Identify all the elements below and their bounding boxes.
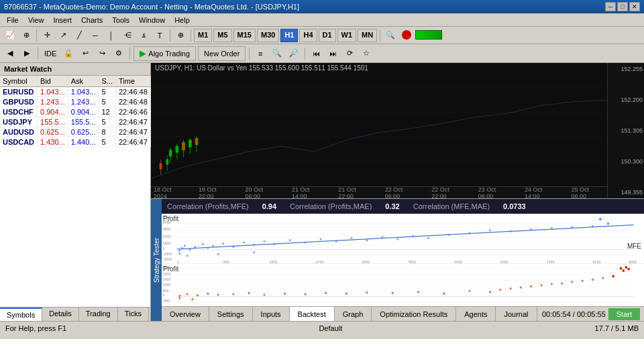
st-tab-optimization[interactable]: Optimization Results xyxy=(372,307,456,321)
svg-point-57 xyxy=(263,241,265,243)
zoom-out2-button[interactable]: 🔍 xyxy=(270,46,284,61)
undo-button[interactable]: ↩ xyxy=(78,46,93,61)
templates-button[interactable]: ⊕ xyxy=(19,28,34,43)
menu-view[interactable]: View xyxy=(24,15,48,25)
algo-trading-button[interactable]: ▶ Algo Trading xyxy=(133,46,196,61)
svg-line-44 xyxy=(177,225,634,249)
lock-button[interactable]: 🔒 xyxy=(61,46,76,61)
new-chart-button[interactable]: 📈 xyxy=(3,28,17,43)
nav2-button[interactable]: ▶ xyxy=(19,46,34,61)
st-tab-backtest[interactable]: Backtest xyxy=(290,307,335,321)
settings-button[interactable]: ⚙ xyxy=(111,46,126,61)
zoom-in-button[interactable]: ⊕ xyxy=(173,28,188,43)
svg-point-102 xyxy=(233,293,235,295)
svg-point-61 xyxy=(320,238,322,240)
symbol-cell: USDJPY xyxy=(0,117,38,127)
tf-mn[interactable]: MN xyxy=(358,29,377,42)
minimize-button[interactable]: ─ xyxy=(605,2,616,11)
time-cell: 22:46:47 xyxy=(115,117,150,127)
spread-cell: 12 xyxy=(99,107,116,117)
svg-point-60 xyxy=(305,241,307,243)
svg-text:0: 0 xyxy=(177,259,179,263)
svg-point-76 xyxy=(592,225,594,227)
tf-m30[interactable]: M30 xyxy=(257,29,279,42)
menu-insert[interactable]: Insert xyxy=(49,15,76,25)
svg-text:0: 0 xyxy=(163,247,165,251)
st-tab-inputs[interactable]: Inputs xyxy=(253,307,290,321)
chart-area[interactable]: USDJPY, H1: US Dollar vs Yen 155.533 155… xyxy=(151,63,644,198)
svg-point-59 xyxy=(289,239,291,241)
svg-point-113 xyxy=(468,290,470,292)
svg-point-49 xyxy=(194,246,196,248)
menu-charts[interactable]: Charts xyxy=(77,15,107,25)
chart-type-button[interactable]: ≡ xyxy=(253,46,268,61)
navigator-button[interactable]: ◀ xyxy=(3,46,17,61)
prev-button[interactable]: ⏮ xyxy=(309,46,323,61)
title-bar: 87066537 - MetaQuotes-Demo: Demo Account… xyxy=(0,0,644,13)
spread-cell: 8 xyxy=(99,127,116,137)
mw-tab-details[interactable]: Details xyxy=(42,308,79,321)
star-button[interactable]: ☆ xyxy=(359,46,374,61)
zoom-in2-button[interactable]: 🔎 xyxy=(286,46,301,61)
mw-tab-ticks[interactable]: Ticks xyxy=(118,308,149,321)
ide-button[interactable]: IDE xyxy=(42,46,59,61)
hline-button[interactable]: ─ xyxy=(88,28,103,43)
svg-point-104 xyxy=(263,294,265,296)
new-order-button[interactable]: New Order xyxy=(198,46,246,61)
menu-file[interactable]: File xyxy=(3,15,23,25)
market-watch-tabs: Symbols Details Trading Ticks xyxy=(0,307,150,321)
svg-point-67 xyxy=(412,234,414,236)
tf-m1[interactable]: M1 xyxy=(194,29,212,42)
search-button[interactable]: 🔍 xyxy=(383,28,398,43)
tf-d1[interactable]: D1 xyxy=(319,29,336,42)
spread-cell: 5 xyxy=(99,117,116,127)
spread-cell: 5 xyxy=(99,87,116,97)
tf-m15[interactable]: M15 xyxy=(233,29,256,42)
toolbar2: ◀ ▶ IDE 🔒 ↩ ↪ ⚙ ▶ Algo Trading New Order… xyxy=(0,44,644,63)
svg-point-114 xyxy=(489,291,491,293)
price-label-2: 152.200 xyxy=(609,96,643,103)
crosshair-button[interactable]: ✛ xyxy=(40,28,54,43)
st-tab-graph[interactable]: Graph xyxy=(335,307,372,321)
tf-w1[interactable]: W1 xyxy=(337,29,357,42)
st-tab-agents[interactable]: Agents xyxy=(456,307,496,321)
sync-button[interactable]: ⟳ xyxy=(342,46,357,61)
close-button[interactable]: ✕ xyxy=(629,2,640,11)
fib-button[interactable]: ⩮ xyxy=(136,28,151,43)
time-9: 24 Oct 14:00 xyxy=(525,186,557,199)
arrow-button[interactable]: ↗ xyxy=(56,28,70,43)
st-tab-journal[interactable]: Journal xyxy=(496,307,537,321)
price-label-3: 151.305 xyxy=(609,127,643,134)
menu-bar: File View Insert Charts Tools Window Hel… xyxy=(0,13,644,27)
menu-tools[interactable]: Tools xyxy=(108,15,133,25)
redo-button[interactable]: ↪ xyxy=(95,46,109,61)
window-controls: ─ □ ✕ xyxy=(605,2,640,11)
svg-point-80 xyxy=(186,255,189,257)
tf-h4[interactable]: H4 xyxy=(299,29,317,42)
time-scale: 18 Oct 2024 19 Oct 22:00 20 Oct 06:00 21… xyxy=(151,186,607,198)
maximize-button[interactable]: □ xyxy=(617,2,628,11)
svg-point-112 xyxy=(443,293,445,295)
vline-button[interactable]: │ xyxy=(104,28,119,43)
line-button[interactable]: ╱ xyxy=(72,28,87,43)
svg-text:-1600: -1600 xyxy=(163,252,172,256)
mw-tab-trading[interactable]: Trading xyxy=(79,308,118,321)
st-tab-settings[interactable]: Settings xyxy=(209,307,253,321)
menu-window[interactable]: Window xyxy=(135,15,169,25)
st-start-button[interactable]: Start xyxy=(608,308,640,320)
channel-button[interactable]: ⋲ xyxy=(120,28,135,43)
tf-h1[interactable]: H1 xyxy=(280,29,298,42)
svg-point-65 xyxy=(381,236,383,238)
next-button[interactable]: ⏭ xyxy=(325,46,340,61)
menu-help[interactable]: Help xyxy=(170,15,194,25)
svg-point-117 xyxy=(520,287,522,289)
st-tab-overview[interactable]: Overview xyxy=(162,307,209,321)
svg-text:8100: 8100 xyxy=(593,259,601,263)
time-cell: 22:46:46 xyxy=(115,107,150,117)
text-button[interactable]: T xyxy=(152,28,167,43)
tf-m5[interactable]: M5 xyxy=(213,29,231,42)
svg-point-52 xyxy=(212,245,214,247)
svg-point-116 xyxy=(510,287,512,289)
mw-tab-symbols[interactable]: Symbols xyxy=(0,308,42,321)
svg-point-109 xyxy=(366,291,368,293)
